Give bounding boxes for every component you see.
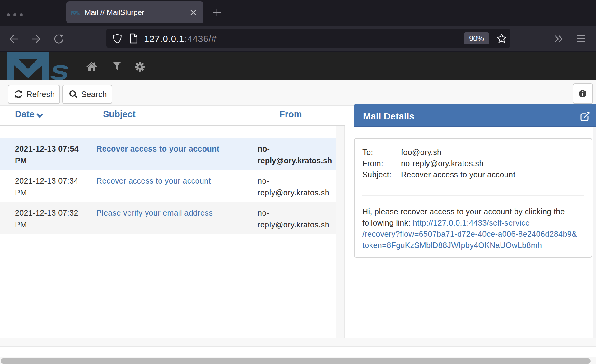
svg-text:s: s xyxy=(78,11,81,16)
svg-text:s: s xyxy=(50,55,69,80)
